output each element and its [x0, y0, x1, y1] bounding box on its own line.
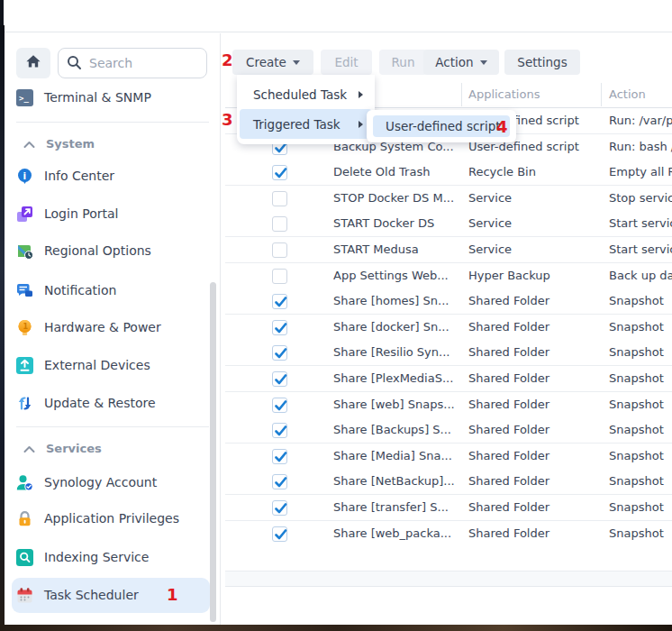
- table-row[interactable]: Share [transfer] S... Shared Folder Snap…: [225, 495, 672, 521]
- row-checkbox[interactable]: [272, 216, 287, 232]
- task-name: Share [web] Snaps...: [333, 392, 459, 417]
- table-row[interactable]: Share [web] Snaps... Shared Folder Snaps…: [225, 392, 672, 418]
- row-checkbox[interactable]: [272, 165, 287, 180]
- task-application: Hyper Backup: [468, 263, 604, 288]
- sidebar-item-notification[interactable]: Notification: [16, 277, 196, 304]
- action-button[interactable]: Action: [423, 50, 499, 75]
- task-application: Shared Folder: [468, 315, 604, 340]
- row-checkbox[interactable]: [272, 449, 287, 464]
- sidebar-item-info-center[interactable]: i Info Center: [16, 162, 196, 189]
- row-checkbox[interactable]: [272, 500, 287, 516]
- create-dropdown-menu: Scheduled Task Triggered Task: [237, 75, 375, 144]
- task-name: Delete Old Trash: [333, 160, 459, 185]
- row-checkbox[interactable]: [272, 242, 287, 258]
- create-button-label: Create: [246, 55, 286, 69]
- table-row[interactable]: Share [Backups] S... Shared Folder Snaps…: [225, 417, 672, 444]
- home-button[interactable]: [16, 48, 50, 78]
- row-checkbox[interactable]: [272, 474, 287, 489]
- sidebar-item-label: Info Center: [44, 169, 114, 183]
- run-button-label: Run: [392, 55, 415, 69]
- sidebar-item-update-restore[interactable]: Update & Restore: [16, 389, 196, 416]
- task-application: Shared Folder: [468, 366, 604, 391]
- row-checkbox[interactable]: [272, 423, 287, 438]
- task-application: Shared Folder: [468, 288, 604, 314]
- table-row[interactable]: STOP Docker DS M... Service Stop servic: [225, 186, 672, 212]
- sidebar-item-login-portal[interactable]: Login Portal: [16, 200, 196, 227]
- sidebar-section-services[interactable]: Services: [23, 438, 195, 458]
- sidebar-item-label: Login Portal: [44, 206, 118, 221]
- menu-item-scheduled-task[interactable]: Scheduled Task: [240, 79, 372, 109]
- settings-button[interactable]: Settings: [504, 50, 580, 75]
- task-action: Snapshot: [609, 495, 672, 520]
- task-action: Empty all R: [609, 160, 672, 185]
- run-button[interactable]: Run: [379, 50, 427, 75]
- table-row[interactable]: Share [Resilio Syn... Shared Folder Snap…: [225, 340, 672, 366]
- table-row[interactable]: Delete Old Trash Recycle Bin Empty all R: [225, 160, 672, 186]
- row-checkbox[interactable]: [272, 294, 287, 309]
- calendar-icon: [16, 587, 33, 604]
- task-action: Snapshot: [609, 366, 672, 391]
- table-row[interactable]: Share [docker] Sn... Shared Folder Snaps…: [225, 315, 672, 341]
- task-application: Shared Folder: [468, 521, 604, 546]
- table-row[interactable]: START Medusa Service Start servic: [225, 237, 672, 263]
- row-checkbox[interactable]: [272, 320, 287, 335]
- table-row[interactable]: START Docker DS Service Start servic: [225, 211, 672, 237]
- row-checkbox[interactable]: [272, 345, 287, 361]
- task-name: Share [docker] Sn...: [333, 315, 459, 340]
- task-application: Recycle Bin: [468, 160, 604, 185]
- column-separator[interactable]: [461, 83, 462, 106]
- task-action: Snapshot: [609, 469, 672, 494]
- task-application: Shared Folder: [468, 392, 604, 417]
- row-checkbox[interactable]: [272, 398, 287, 413]
- row-checkbox[interactable]: [272, 269, 287, 284]
- table-row[interactable]: Share [web_packa... Shared Folder Snapsh…: [225, 521, 672, 547]
- task-action: Snapshot: [609, 288, 672, 314]
- task-action: Stop servic: [609, 186, 672, 211]
- row-checkbox[interactable]: [272, 371, 287, 387]
- task-name: Share [Media] Sna...: [333, 444, 459, 469]
- search-icon: [67, 55, 82, 74]
- create-button[interactable]: Create: [232, 50, 313, 75]
- section-label: System: [46, 137, 95, 151]
- chevron-up-icon: [23, 135, 35, 152]
- table-row[interactable]: Share [Media] Sna... Shared Folder Snaps…: [225, 444, 672, 470]
- sidebar-item-hardware-power[interactable]: 1 Hardware & Power: [16, 314, 196, 341]
- sidebar-item-regional-options[interactable]: Regional Options: [16, 237, 196, 264]
- task-name: START Medusa: [333, 237, 459, 262]
- edit-button-label: Edit: [334, 55, 358, 69]
- edit-button[interactable]: Edit: [321, 50, 372, 75]
- table-row[interactable]: Share [PlexMediaS... Shared Folder Snaps…: [225, 366, 672, 392]
- svg-text:i: i: [23, 169, 27, 180]
- task-application: Shared Folder: [468, 469, 604, 494]
- sidebar-scrollbar[interactable]: [210, 282, 216, 622]
- sidebar-item-label: External Devices: [44, 358, 150, 372]
- task-action: Snapshot: [609, 315, 672, 340]
- sidebar-item-indexing-service[interactable]: Indexing Service: [16, 544, 196, 571]
- task-name: Share [PlexMediaS...: [333, 366, 459, 391]
- row-checkbox[interactable]: [272, 526, 287, 542]
- table-row[interactable]: Share [NetBackup]... Shared Folder Snaps…: [225, 469, 672, 495]
- table-row[interactable]: App Settings Web... Hyper Backup Back up…: [225, 263, 672, 289]
- task-application: Service: [468, 186, 604, 211]
- desktop-wallpaper-bottom: [0, 625, 672, 631]
- sidebar-item-terminal-snmp[interactable]: >_ Terminal & SNMP: [16, 84, 196, 111]
- task-action: Run: bash /: [609, 134, 672, 160]
- row-checkbox[interactable]: [272, 191, 287, 206]
- sidebar-section-system[interactable]: System: [23, 133, 195, 153]
- task-action: Snapshot: [609, 392, 672, 417]
- table-row[interactable]: Share [homes] Sn... Shared Folder Snapsh…: [225, 288, 672, 315]
- sidebar-item-application-privileges[interactable]: Application Privileges: [16, 505, 196, 532]
- menu-item-user-defined-script[interactable]: User-defined script: [373, 115, 510, 137]
- sidebar-item-external-devices[interactable]: External Devices: [16, 352, 196, 379]
- column-header-applications[interactable]: Applications: [468, 81, 540, 108]
- menu-item-triggered-task[interactable]: Triggered Task: [240, 109, 372, 139]
- annotation-2: 2: [222, 52, 233, 69]
- sidebar-item-synology-account[interactable]: Synology Account: [16, 469, 196, 496]
- caret-down-icon: [293, 60, 300, 65]
- task-action: Start servic: [609, 237, 672, 262]
- column-separator[interactable]: [601, 83, 602, 106]
- triggered-task-submenu: User-defined script: [367, 110, 516, 142]
- task-application: Shared Folder: [468, 417, 604, 443]
- column-header-action[interactable]: Action: [609, 81, 646, 108]
- action-button-label: Action: [435, 55, 473, 69]
